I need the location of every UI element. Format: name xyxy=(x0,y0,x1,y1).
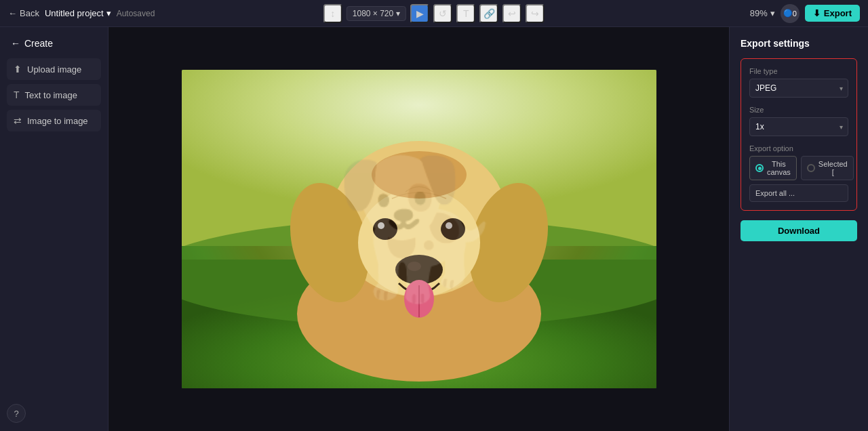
export-option-section: Export option This canvas Selected [ xyxy=(749,144,848,202)
svg-point-10 xyxy=(373,218,397,240)
size-select[interactable]: 1x 2x 3x xyxy=(749,117,848,136)
help-button[interactable]: ? xyxy=(7,404,26,423)
export-panel-title: Export settings xyxy=(741,38,857,49)
sidebar: ← Create ⬆ Upload image T Text to image … xyxy=(0,27,108,431)
back-label: Back xyxy=(20,8,39,18)
canvas-size-button[interactable]: 1080 × 720 ▾ xyxy=(347,6,406,21)
svg-point-12 xyxy=(378,222,384,229)
create-label: Create xyxy=(24,38,53,49)
export-settings-box: File type JPEG PNG WebP SVG ▾ Size 1x xyxy=(741,58,857,211)
export-panel: Export settings File type JPEG PNG WebP … xyxy=(729,27,868,431)
sidebar-item-image-to-image[interactable]: ⇄ Image to image xyxy=(7,110,101,131)
svg-point-7 xyxy=(358,188,480,297)
topbar: ← Back Untitled project ▾ Autosaved ↕ 10… xyxy=(0,0,868,27)
selected-label: Selected [ xyxy=(818,160,848,176)
notification-button[interactable]: 🔵 0 xyxy=(781,4,800,23)
sidebar-item-upload-image[interactable]: ⬆ Upload image xyxy=(7,58,101,80)
redo-icon[interactable]: ↪ xyxy=(526,4,545,23)
size-select-wrapper: 1x 2x 3x ▾ xyxy=(749,117,848,136)
autosaved-label: Autosaved xyxy=(117,9,155,18)
zoom-level: 89% xyxy=(750,8,768,18)
download-label: Download xyxy=(778,226,820,236)
upload-image-label: Upload image xyxy=(27,64,81,75)
export-option-row-1: This canvas Selected [ xyxy=(749,156,848,180)
create-back-icon: ← xyxy=(11,38,20,49)
this-canvas-radio xyxy=(755,164,764,172)
text-tool-icon[interactable]: T xyxy=(456,4,475,23)
zoom-chevron-icon: ▾ xyxy=(770,8,775,18)
svg-point-13 xyxy=(446,222,452,229)
help-icon: ? xyxy=(14,409,18,419)
notif-icon: 🔵 xyxy=(783,9,793,18)
sidebar-bottom: ? xyxy=(7,136,101,423)
topbar-center: ↕ 1080 × 720 ▾ ▶ ↺ T 🔗 ↩ ↪ xyxy=(323,4,545,23)
text-to-image-label: Text to image xyxy=(25,90,77,100)
project-title[interactable]: Untitled project ▾ xyxy=(45,8,111,18)
download-button[interactable]: Download xyxy=(741,220,857,241)
resize-icon[interactable]: ↕ xyxy=(323,4,342,23)
export-icon: ⬇ xyxy=(813,8,821,18)
file-type-section: File type JPEG PNG WebP SVG ▾ xyxy=(749,67,848,98)
create-header: ← Create xyxy=(7,35,101,52)
main-area: ← Create ⬆ Upload image T Text to image … xyxy=(0,27,868,431)
back-button[interactable]: ← Back xyxy=(8,8,39,18)
link-icon[interactable]: 🔗 xyxy=(479,4,498,23)
rotate-icon[interactable]: ↺ xyxy=(433,4,452,23)
export-option-label: Export option xyxy=(749,144,848,152)
project-name: Untitled project xyxy=(45,8,104,18)
export-all-label: Export all ... xyxy=(755,189,795,197)
canvas-size-label: 1080 × 720 xyxy=(353,9,393,18)
zoom-button[interactable]: 89% ▾ xyxy=(750,8,775,18)
selected-radio xyxy=(807,164,815,172)
export-options: This canvas Selected [ Export all ... xyxy=(749,156,848,202)
sidebar-item-text-to-image[interactable]: T Text to image xyxy=(7,84,101,106)
image-swap-icon: ⇄ xyxy=(14,115,22,126)
project-chevron-icon: ▾ xyxy=(106,8,111,18)
upload-icon: ⬆ xyxy=(14,64,22,75)
size-section: Size 1x 2x 3x ▾ xyxy=(749,106,848,136)
text-icon: T xyxy=(14,89,20,100)
svg-point-11 xyxy=(441,218,465,240)
export-all-button[interactable]: Export all ... xyxy=(749,184,848,202)
file-type-select-wrapper: JPEG PNG WebP SVG ▾ xyxy=(749,79,848,98)
svg-rect-0 xyxy=(182,70,656,246)
canvas-area[interactable] xyxy=(108,27,729,431)
topbar-right: 89% ▾ 🔵 0 ⬇ Export xyxy=(750,4,860,23)
export-label: Export xyxy=(824,8,852,18)
file-type-label: File type xyxy=(749,67,848,75)
notif-count: 0 xyxy=(793,9,797,18)
canvas-size-chevron-icon: ▾ xyxy=(396,9,400,18)
svg-point-16 xyxy=(372,151,467,199)
canvas-image xyxy=(182,70,656,388)
this-canvas-option[interactable]: This canvas xyxy=(749,156,797,180)
dog-photo xyxy=(182,70,656,388)
svg-point-8 xyxy=(395,255,443,285)
size-label: Size xyxy=(749,106,848,114)
export-button[interactable]: ⬇ Export xyxy=(805,5,860,22)
back-arrow-icon: ← xyxy=(8,8,17,18)
image-to-image-label: Image to image xyxy=(27,116,88,126)
file-type-select[interactable]: JPEG PNG WebP SVG xyxy=(749,79,848,98)
undo-icon[interactable]: ↩ xyxy=(502,4,521,23)
select-tool-icon[interactable]: ▶ xyxy=(410,4,429,23)
svg-point-9 xyxy=(408,262,421,271)
svg-point-4 xyxy=(331,141,507,297)
this-canvas-label: This canvas xyxy=(767,160,791,176)
selected-option[interactable]: Selected [ xyxy=(801,156,854,180)
